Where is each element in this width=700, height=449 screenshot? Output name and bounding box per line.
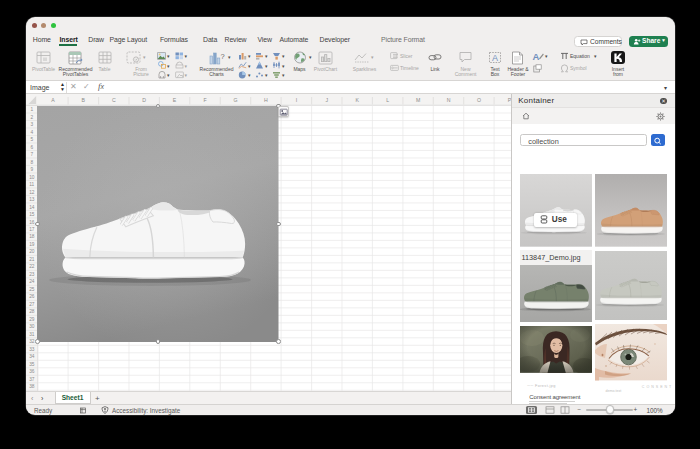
- svg-text:28: 28: [29, 309, 35, 314]
- svg-text:B: B: [82, 97, 86, 103]
- svg-text:24: 24: [29, 279, 35, 284]
- svg-text:K: K: [355, 97, 359, 103]
- svg-text:20: 20: [29, 249, 35, 254]
- svg-text:6: 6: [30, 145, 33, 150]
- svg-text:18: 18: [29, 234, 35, 239]
- svg-text:3: 3: [30, 122, 33, 127]
- svg-text:8: 8: [30, 160, 33, 165]
- svg-text:21: 21: [29, 257, 35, 262]
- svg-text:15: 15: [29, 212, 35, 217]
- svg-text:23: 23: [29, 272, 35, 277]
- svg-text:17: 17: [29, 227, 35, 232]
- svg-text:38: 38: [29, 384, 35, 389]
- svg-text:16: 16: [29, 220, 35, 225]
- svg-text:37: 37: [29, 377, 35, 382]
- svg-text:11: 11: [29, 182, 34, 187]
- svg-text:13: 13: [29, 197, 35, 202]
- svg-text:33: 33: [29, 347, 35, 352]
- svg-text:22: 22: [29, 264, 35, 269]
- svg-text:G: G: [233, 97, 237, 103]
- svg-text:7: 7: [30, 152, 33, 157]
- svg-text:30: 30: [29, 324, 35, 329]
- svg-text:H: H: [264, 97, 268, 103]
- svg-text:1: 1: [30, 107, 33, 112]
- svg-text:35: 35: [29, 362, 35, 367]
- svg-text:29: 29: [29, 317, 35, 322]
- svg-text:D: D: [142, 97, 146, 103]
- svg-text:C: C: [112, 97, 116, 103]
- svg-text:5: 5: [30, 137, 33, 142]
- svg-text:?: ?: [221, 51, 225, 60]
- svg-text:2: 2: [30, 115, 33, 120]
- svg-text:19: 19: [29, 242, 35, 247]
- svg-text:E: E: [173, 97, 177, 103]
- svg-text:I: I: [296, 97, 297, 103]
- svg-text:F: F: [204, 97, 207, 103]
- svg-text:10: 10: [29, 175, 35, 180]
- svg-text:32: 32: [29, 339, 35, 344]
- svg-text:31: 31: [29, 332, 35, 337]
- svg-text:34: 34: [29, 354, 35, 359]
- svg-text:12: 12: [29, 190, 35, 195]
- svg-text:O: O: [477, 97, 481, 103]
- svg-text:26: 26: [29, 294, 35, 299]
- svg-text:A: A: [51, 97, 55, 103]
- svg-text:36: 36: [29, 369, 35, 374]
- svg-text:M: M: [416, 97, 420, 103]
- svg-text:9: 9: [30, 167, 33, 172]
- svg-text:J: J: [326, 97, 329, 103]
- svg-text:L: L: [386, 97, 389, 103]
- svg-text:A: A: [533, 51, 540, 61]
- svg-text:27: 27: [29, 302, 35, 307]
- svg-text:14: 14: [29, 205, 35, 210]
- svg-text:A: A: [492, 53, 498, 63]
- svg-text:25: 25: [29, 287, 35, 292]
- svg-text:4: 4: [30, 130, 33, 135]
- svg-text:N: N: [447, 97, 451, 103]
